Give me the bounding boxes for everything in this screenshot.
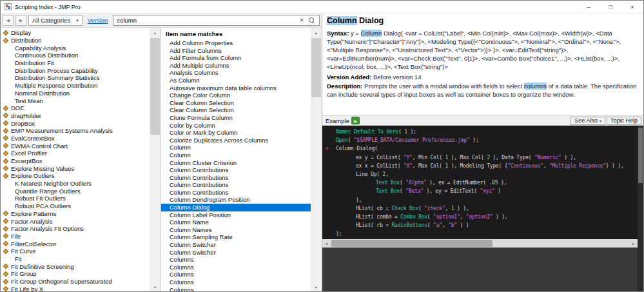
category-item[interactable]: ExcerptBox [1,157,150,165]
category-item[interactable]: Display [1,29,150,37]
category-item[interactable]: Continuous Distribution [1,52,150,59]
result-item[interactable]: Columns [161,286,311,291]
category-item[interactable]: Robust PCA Outliers [1,202,150,210]
result-item[interactable]: Column Switcher [161,241,311,249]
category-item[interactable]: Fit Group [1,270,150,278]
category-item[interactable]: Fit Group Orthogonal Supersaturated [1,278,150,286]
category-item[interactable]: Explore Outliers [1,172,150,180]
topic-help-button[interactable]: Topic Help [607,117,641,125]
result-item[interactable]: Add Filter Columns [161,47,311,55]
result-item[interactable]: Column Dialog [161,204,311,211]
category-item[interactable]: Factor Analysis [1,217,150,225]
category-item[interactable]: Test Mean [1,97,150,104]
result-item[interactable]: As Column [161,77,311,84]
result-item[interactable]: Analysis Columns [161,69,311,77]
result-item[interactable]: Column [161,151,311,159]
result-item[interactable]: Clone Formula Column [161,114,311,122]
result-item[interactable]: Column Dendrogram Position [161,196,311,204]
code-editor[interactable]: Names Default To Here( 1 );Open( "$SAMPL… [322,126,638,239]
result-item[interactable]: Colorize Duplicates Across Columns [161,137,311,144]
result-item[interactable]: Column Contributions [161,174,311,182]
category-label: Fit [15,255,22,262]
category-item[interactable]: DropBox [1,119,150,127]
scroll-down-icon[interactable]: ▾ [150,282,161,291]
category-item[interactable]: EWMA Control Chart [1,142,150,150]
scroll-up-icon[interactable]: ▴ [150,28,161,37]
category-item[interactable]: Fit [1,255,150,263]
minimize-button[interactable]: – [578,1,600,13]
scrollbar-thumb[interactable] [638,128,643,183]
result-item[interactable]: Column Contributions [161,166,311,174]
result-item[interactable]: Clear Column Selection [161,106,311,114]
category-item[interactable]: Distribution Process Capability [1,66,150,74]
scrollbar-thumb[interactable] [311,38,321,97]
category-item[interactable]: K Nearest Neighbor Outliers [1,180,150,188]
category-item[interactable]: Fit Curve [1,248,150,255]
category-icon [3,286,8,291]
code-horizontal-scrollbar[interactable]: ◂ ▸ [322,239,638,248]
category-item[interactable]: Distribution Summary Statistics [1,74,150,82]
category-item[interactable]: Excel Profiler [1,150,150,157]
scroll-left-icon[interactable]: ◂ [322,239,331,248]
category-item[interactable]: Explore Missing Values [1,164,150,172]
results-scrollbar[interactable]: ▴ ▾ [311,28,322,291]
result-item[interactable]: Column Label Position [161,211,311,219]
category-item[interactable]: Fit Definitive Screening [1,262,150,270]
back-button[interactable]: ◀ [3,15,14,26]
category-item[interactable]: Explore Patterns [1,210,150,218]
category-tree-scrollbar[interactable]: ▴ ▾ [150,28,161,291]
category-item[interactable]: File [1,233,150,240]
scrollbar-thumb[interactable] [331,240,493,247]
category-item[interactable]: Distribution Fit [1,59,150,67]
forward-button[interactable]: ▶ [15,15,26,26]
result-item[interactable]: Column Contributions [161,181,311,189]
result-item[interactable]: Column Cluster Criterion [161,159,311,167]
result-item[interactable]: Column Contributions [161,189,311,197]
result-item[interactable]: Add Column Properties [161,39,311,47]
category-item[interactable]: Quantile Range Outliers [1,187,150,195]
result-item[interactable]: Color by Column [161,122,311,130]
category-item[interactable]: EvalContextBox [1,135,150,142]
category-item[interactable]: Multiple Response Distribution [1,82,150,90]
result-item[interactable]: Columns [161,278,311,286]
scroll-up-icon[interactable]: ▴ [311,28,322,37]
result-item[interactable]: Autosave maximum data table columns [161,84,311,92]
maximize-button[interactable]: □ [600,1,621,13]
version-link[interactable]: Version [88,17,108,24]
scrollbar-thumb[interactable] [150,38,160,135]
result-item[interactable]: Columns [161,264,311,271]
result-item[interactable]: Column Switcher [161,249,311,257]
result-item[interactable]: Color or Mark by Column [161,129,311,137]
category-item[interactable]: Capability Analysis [1,44,150,52]
result-item[interactable]: Clear Column Selection [161,99,311,107]
close-button[interactable]: × [621,1,643,13]
clear-search-button[interactable]: × [297,17,307,24]
category-item[interactable]: Factor Analysis Fit Options [1,225,150,233]
result-item[interactable]: Change Color Column [161,92,311,99]
category-item[interactable]: FilterColSelector [1,240,150,248]
result-item[interactable]: Add Formula from Column [161,54,311,62]
scroll-down-icon[interactable]: ▾ [311,282,322,291]
result-item[interactable]: Column Names [161,226,311,234]
code-vertical-scrollbar[interactable] [638,126,643,291]
category-item[interactable]: DOE [1,104,150,112]
category-label: Display [11,29,31,36]
result-item[interactable]: Column [161,144,311,151]
result-item[interactable]: Columns [161,271,311,278]
result-item[interactable]: Add Multiple Columns [161,62,311,70]
category-item[interactable]: Distribution [1,37,150,44]
category-item[interactable]: Fit Life by X [1,285,150,291]
result-item[interactable]: Columns [161,256,311,264]
category-item[interactable]: Nominal Distribution [1,90,150,97]
search-input[interactable]: column × [113,15,320,26]
run-example-button[interactable]: ▶ [351,117,360,124]
scroll-right-icon[interactable]: ▸ [629,239,638,248]
result-item[interactable]: Column Sampling Rate [161,233,311,241]
category-item[interactable]: dragHolder [1,112,150,120]
see-also-button[interactable]: See Also ▾ [571,117,605,125]
categories-dropdown[interactable]: All Categories ▾ [28,15,83,26]
result-item[interactable]: Column Name [161,219,311,226]
category-icon [3,264,8,269]
category-item[interactable]: EMP Measurement Systems Analysis [1,127,150,135]
category-item[interactable]: Robust Fit Outliers [1,195,150,202]
